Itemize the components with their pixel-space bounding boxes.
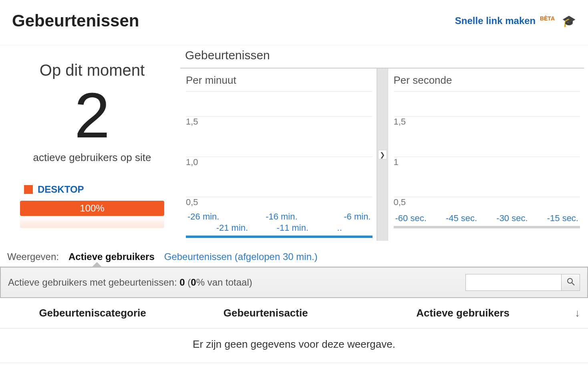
xtick: -16 min. [266,212,297,222]
xtick: -60 sec. [395,213,427,224]
ytick: 1,5 [186,117,201,127]
x-axis-second: -60 sec. -45 sec. -30 sec. -15 sec. [394,213,580,224]
search-icon [567,278,575,288]
filter-prefix: Actieve gebruikers met gebeurtenissen: [8,277,179,288]
view-tabs-label: Weergeven: [7,251,59,262]
chart-per-minute-title: Per minuut [186,74,373,87]
chart-per-second-title: Per seconde [394,74,580,87]
col-event-category[interactable]: Gebeurteniscategorie [8,307,177,319]
moment-label: Op dit moment [20,61,164,79]
device-share-percent: 100% [80,203,104,214]
search-input[interactable] [465,274,562,291]
header-actions: Snelle link maken BÈTA 🎓 [455,14,576,28]
main-content: Op dit moment 2 actieve gebruikers op si… [0,45,588,241]
device-share-bar: 100% [20,201,164,216]
svg-point-0 [568,278,572,283]
search-button[interactable] [562,274,580,291]
xtick: -26 min. [187,212,219,222]
device-legend: DESKTOP [20,184,164,195]
col-event-action[interactable]: Gebeurtenisactie [177,307,354,319]
svg-line-1 [572,283,574,285]
xtick: -21 min. [216,223,248,233]
xtick: -11 min. [277,223,308,233]
ytick: 0,5 [186,197,201,208]
chart-splitter[interactable]: ❯ [377,69,388,241]
filter-summary: Actieve gebruikers met gebeurtenissen: 0… [8,277,252,288]
sort-descending-icon[interactable]: ↓ [575,307,580,319]
chart-per-second-grid: 1,5 1 0,5 [394,91,580,204]
filter-bar: Actieve gebruikers met gebeurtenissen: 0… [0,267,588,298]
charts-row: Per minuut 1,5 1,0 0,5 -26 min. -16 min.… [180,69,584,241]
x-axis-minute-row1: -26 min. -16 min. -6 min. [186,212,373,222]
search [465,274,580,291]
chart-per-second: Per seconde 1,5 1 0,5 -60 sec. -45 sec. … [388,69,584,241]
charts-section-title: Gebeurtenissen [180,45,584,69]
device-bar-reflection [20,217,164,228]
view-tabs: Weergeven: Actieve gebruikers Gebeurteni… [0,246,588,267]
x-axis-minute-row2: -21 min. -11 min. [186,223,373,233]
ytick: 1 [394,157,401,167]
quick-link-label: Snelle link maken [455,15,536,26]
tab-pointer-icon [92,262,102,267]
table-header: Gebeurteniscategorie Gebeurtenisactie Ac… [0,298,588,329]
quick-link-button[interactable]: Snelle link maken BÈTA [455,15,555,26]
chart-second-underline [394,226,580,228]
filter-paren-open: ( [185,277,191,288]
chart-per-minute: Per minuut 1,5 1,0 0,5 -26 min. -16 min.… [180,69,377,241]
tab-active-users[interactable]: Actieve gebruikers [68,251,155,262]
filter-percent-suffix: % van totaal) [196,277,252,288]
col-active-users-label: Actieve gebruikers [416,307,509,319]
active-users-label: actieve gebruikers op site [20,151,164,164]
filter-count: 0 [179,277,185,288]
xtick: -30 sec. [496,213,528,224]
chart-minute-underline [186,236,373,238]
xtick: -15 sec. [547,213,578,224]
xtick: -45 sec. [446,213,477,224]
beta-badge: BÈTA [540,15,555,22]
tab-events-30min[interactable]: Gebeurtenissen (afgelopen 30 min.) [164,251,318,262]
filter-percent: 0 [191,277,196,288]
table-empty-message: Er zijn geen gegevens voor deze weergave… [0,329,588,363]
col-active-users[interactable]: Actieve gebruikers [354,307,572,319]
xtick: -6 min. [344,212,371,222]
page-title: Gebeurtenissen [12,11,139,30]
chart-per-minute-grid: 1,5 1,0 0,5 [186,91,373,204]
legend-swatch-desktop [24,185,33,194]
realtime-summary-panel: Op dit moment 2 actieve gebruikers op si… [4,45,180,241]
legend-label-desktop[interactable]: DESKTOP [38,184,84,195]
ytick: 1,0 [186,157,201,167]
chevron-right-icon[interactable]: ❯ [378,150,387,159]
header: Gebeurtenissen Snelle link maken BÈTA 🎓 [0,0,588,45]
education-icon[interactable]: 🎓 [562,14,576,28]
charts-panel: Gebeurtenissen Per minuut 1,5 1,0 0,5 -2… [180,45,584,241]
ytick: 1,5 [394,117,409,127]
active-users-count: 2 [20,83,164,147]
ytick: 0,5 [394,197,409,208]
